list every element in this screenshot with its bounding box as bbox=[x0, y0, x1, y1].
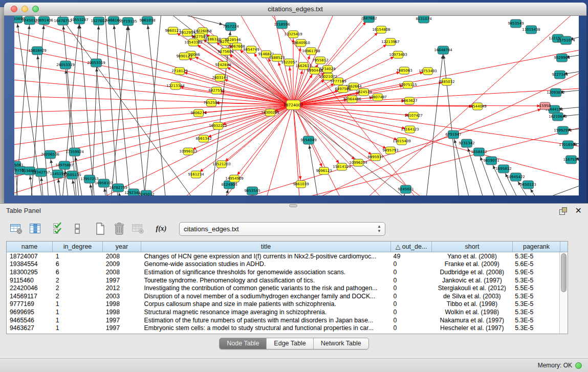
graph-node-label: 9322057 bbox=[281, 60, 297, 64]
column-button[interactable] bbox=[28, 222, 42, 236]
graph-node-label: 12213967 bbox=[381, 40, 400, 44]
table-header-row: namein_degreeyeartitle△ out_de...shortpa… bbox=[7, 242, 568, 252]
graph-node-label: 8131074 bbox=[416, 17, 432, 21]
select-all-button[interactable] bbox=[51, 222, 66, 236]
table-settings-icon bbox=[10, 223, 23, 235]
graph-node-label: 17957253 bbox=[80, 177, 99, 181]
splitter-handle[interactable] bbox=[289, 204, 297, 207]
cell-out_de: 0 bbox=[390, 324, 431, 332]
table-row[interactable]: 2242004622012Investigating the contribut… bbox=[7, 284, 559, 292]
table-row[interactable]: 977716911998Corpus callosum shape and si… bbox=[7, 300, 559, 309]
table-row[interactable]: 946362711997Embryonic stem cells: a mode… bbox=[7, 324, 559, 332]
cell-in_degree: 1 bbox=[53, 300, 103, 308]
graph-node-label: 8995937 bbox=[367, 155, 383, 159]
float-panel-icon[interactable] bbox=[559, 207, 567, 214]
table-row[interactable]: 946554611997Estimation of the future num… bbox=[7, 316, 559, 324]
column-header-short[interactable]: short bbox=[432, 242, 513, 252]
graph-node-label: 16782759 bbox=[109, 186, 127, 190]
graph-node-label: 20206536 bbox=[41, 152, 59, 157]
table-row[interactable]: 1830029562008Estimation of significance … bbox=[7, 268, 559, 276]
graph-node-label: 7485063 bbox=[396, 69, 412, 73]
function-button[interactable]: f(x) bbox=[154, 222, 168, 236]
graph-node-label: 1658412 bbox=[471, 150, 487, 154]
close-panel-icon[interactable]: ✕ bbox=[575, 207, 582, 215]
new-document-button[interactable] bbox=[93, 222, 107, 236]
zoom-window-button[interactable] bbox=[32, 6, 39, 12]
function-icon: f(x) bbox=[156, 225, 167, 233]
column-header-title[interactable]: title bbox=[141, 242, 391, 252]
close-window-button[interactable] bbox=[11, 6, 17, 12]
new-document-icon bbox=[94, 222, 106, 235]
table-row[interactable]: 1938455462009Genome-wide association stu… bbox=[7, 260, 559, 269]
graph-node-label: 1824534 bbox=[356, 90, 372, 94]
cell-out_de: 0 bbox=[390, 260, 431, 268]
graph-node-label: 10945422 bbox=[507, 175, 525, 179]
cell-in_degree: 2 bbox=[53, 285, 103, 292]
table-settings-button[interactable] bbox=[9, 222, 24, 236]
minimize-window-button[interactable] bbox=[21, 6, 28, 12]
cell-out_de: 49 bbox=[390, 253, 431, 260]
table-scrollbar[interactable] bbox=[559, 252, 568, 334]
cell-in_degree: 1 bbox=[53, 253, 103, 260]
cell-title: Disruption of a novel member of a sodium… bbox=[141, 293, 390, 300]
graph-node-label: 6791947 bbox=[445, 133, 461, 137]
graph-node-label: 9450123 bbox=[520, 183, 536, 187]
window-titlebar[interactable]: citations_edges.txt bbox=[4, 3, 586, 16]
cell-title: Estimation of the future numbers of pati… bbox=[141, 317, 390, 324]
graph-node-label: 20891406 bbox=[35, 18, 53, 23]
graph-node-label: 8454749 bbox=[243, 48, 259, 52]
graph-node-label: 11544049 bbox=[468, 104, 487, 108]
graph-node-label: 9329966 bbox=[554, 56, 570, 60]
graph-node-label: 13325419 bbox=[284, 32, 302, 36]
table-panel-title: Table Panel bbox=[6, 207, 41, 214]
clear-selection-button[interactable] bbox=[70, 222, 84, 236]
cell-out_de: 0 bbox=[390, 293, 431, 300]
cell-out_de: 0 bbox=[390, 269, 431, 276]
cell-in_degree: 2 bbox=[53, 293, 103, 300]
table-row[interactable]: 911546021997Tourette syndrome. Phenomeno… bbox=[7, 276, 559, 285]
table-row[interactable]: 969969511998Structural magnetic resonanc… bbox=[7, 308, 559, 316]
scrollbar-thumb[interactable] bbox=[561, 253, 567, 292]
graph-node-label: 11015438 bbox=[522, 28, 540, 32]
graph-node-label: 7955812 bbox=[312, 58, 328, 62]
status-bar: Memory: OK bbox=[0, 358, 588, 372]
column-header-pagerank[interactable]: pagerank bbox=[513, 242, 560, 252]
column-header-in_degree[interactable]: in_degree bbox=[53, 242, 103, 252]
graph-node-label: 15958 bbox=[539, 104, 551, 108]
delete-trash-button[interactable] bbox=[112, 222, 126, 236]
cell-year: 1998 bbox=[103, 300, 141, 308]
cell-name: 22420046 bbox=[7, 285, 53, 292]
graph-node-label: 1695812 bbox=[495, 167, 511, 171]
column-header-out_de[interactable]: △ out_de... bbox=[391, 242, 432, 252]
column-header-year[interactable]: year bbox=[103, 242, 141, 252]
table-body: 1872400712008Changes of HCN gene express… bbox=[7, 252, 559, 334]
delete-table-button[interactable] bbox=[131, 222, 145, 236]
graph-node-label: 16958107 bbox=[95, 181, 113, 185]
network-select[interactable]: citations_edges.txt ▲▼ bbox=[179, 222, 385, 236]
cell-title: Embryonic stem cells: a model to study s… bbox=[141, 324, 390, 332]
tab-node-table[interactable]: Node Table bbox=[220, 338, 267, 349]
tab-edge-table[interactable]: Edge Table bbox=[267, 338, 313, 349]
graph-node-label: 9231342 bbox=[459, 141, 474, 145]
cell-in_degree: 6 bbox=[53, 260, 103, 268]
column-header-name[interactable]: name bbox=[7, 242, 53, 252]
table-row[interactable]: 1456911722003Disruption of a novel membe… bbox=[7, 292, 559, 300]
cell-year: 1998 bbox=[103, 309, 141, 316]
graph-node-label: 9860123 bbox=[165, 29, 181, 33]
tab-network-table[interactable]: Network Table bbox=[314, 338, 368, 349]
cell-pagerank: 5.3E-5 bbox=[512, 293, 559, 300]
network-canvas[interactable]: 1983693924501120891406164767521055328715… bbox=[14, 16, 579, 195]
cell-name: 9699695 bbox=[7, 309, 53, 316]
cell-title: Genome-wide association studies in ADHD. bbox=[141, 260, 390, 268]
graph-node-label: 16476752 bbox=[54, 19, 72, 23]
graph-node-label: 20364486 bbox=[343, 97, 361, 101]
graph-node-label: 9853549 bbox=[508, 21, 524, 26]
graph-node-label: 17016504 bbox=[559, 143, 577, 147]
graph-node-label: 9154049 bbox=[300, 138, 316, 142]
graph-node-label: 2803144 bbox=[212, 76, 228, 80]
cell-out_de: 0 bbox=[390, 309, 431, 316]
graph-node-label: 15751074 bbox=[557, 38, 575, 42]
cell-pagerank: 5.3E-5 bbox=[512, 317, 559, 324]
cell-title: Corpus callosum shape and size in male p… bbox=[141, 300, 390, 308]
table-row[interactable]: 1872400712008Changes of HCN gene express… bbox=[7, 252, 559, 260]
